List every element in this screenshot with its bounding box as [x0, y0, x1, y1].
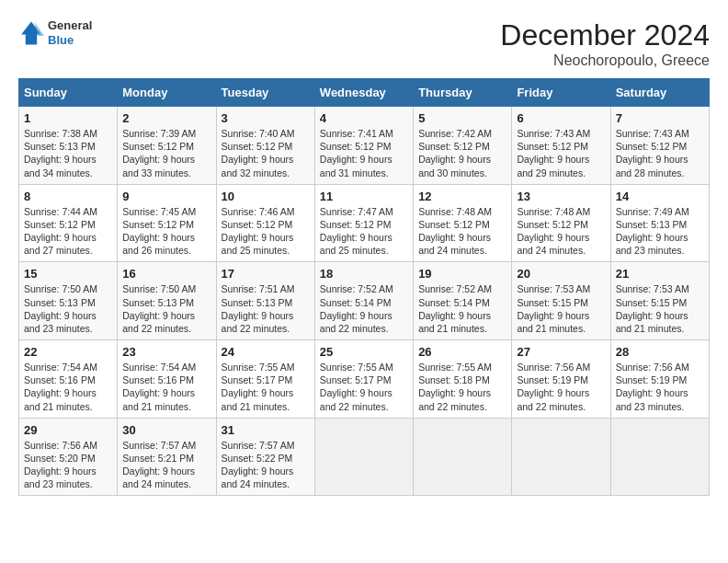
calendar-cell: 10 Sunrise: 7:46 AM Sunset: 5:12 PM Dayl…	[216, 184, 314, 262]
sunset: Sunset: 5:19 PM	[616, 374, 688, 385]
calendar-cell: 13 Sunrise: 7:48 AM Sunset: 5:12 PM Dayl…	[512, 184, 610, 262]
sunrise: Sunrise: 7:57 AM	[122, 440, 196, 451]
sunrise: Sunrise: 7:53 AM	[616, 283, 689, 294]
daylight: Daylight: 9 hours and 22 minutes.	[517, 387, 589, 411]
sunset: Sunset: 5:12 PM	[418, 219, 490, 230]
sunset: Sunset: 5:16 PM	[24, 374, 96, 385]
calendar-cell: 26 Sunrise: 7:55 AM Sunset: 5:18 PM Dayl…	[414, 340, 512, 419]
day-number: 17	[222, 267, 310, 281]
calendar-week-5: 29 Sunrise: 7:56 AM Sunset: 5:20 PM Dayl…	[19, 418, 710, 496]
sunset: Sunset: 5:15 PM	[517, 297, 588, 308]
day-content: Sunrise: 7:52 AM Sunset: 5:14 PM Dayligh…	[418, 282, 506, 335]
calendar-cell: 11 Sunrise: 7:47 AM Sunset: 5:12 PM Dayl…	[314, 184, 413, 262]
sunrise: Sunrise: 7:48 AM	[517, 206, 590, 217]
daylight: Daylight: 9 hours and 23 minutes.	[616, 387, 688, 411]
sunrise: Sunrise: 7:50 AM	[122, 283, 196, 294]
day-content: Sunrise: 7:51 AM Sunset: 5:13 PM Dayligh…	[222, 282, 310, 335]
daylight: Daylight: 9 hours and 27 minutes.	[24, 232, 97, 256]
title-block: December 2024 Neochoropoulo, Greece	[500, 18, 710, 69]
day-content: Sunrise: 7:50 AM Sunset: 5:13 PM Dayligh…	[24, 282, 112, 335]
page-subtitle: Neochoropoulo, Greece	[500, 52, 710, 69]
day-number: 21	[616, 267, 704, 281]
sunset: Sunset: 5:12 PM	[320, 141, 392, 152]
day-number: 2	[122, 111, 210, 125]
sunset: Sunset: 5:15 PM	[616, 297, 688, 308]
sunset: Sunset: 5:20 PM	[24, 453, 96, 464]
sunrise: Sunrise: 7:50 AM	[24, 283, 97, 294]
day-content: Sunrise: 7:56 AM Sunset: 5:19 PM Dayligh…	[616, 361, 704, 413]
calendar-cell: 28 Sunrise: 7:56 AM Sunset: 5:19 PM Dayl…	[610, 340, 709, 419]
day-number: 24	[222, 345, 310, 359]
day-number: 19	[418, 267, 506, 281]
day-content: Sunrise: 7:54 AM Sunset: 5:16 PM Dayligh…	[122, 361, 210, 413]
day-content: Sunrise: 7:41 AM Sunset: 5:12 PM Dayligh…	[320, 127, 408, 179]
daylight: Daylight: 9 hours and 31 minutes.	[320, 154, 392, 178]
daylight: Daylight: 9 hours and 24 minutes.	[418, 232, 491, 256]
sunrise: Sunrise: 7:52 AM	[320, 283, 393, 294]
day-number: 30	[122, 423, 210, 437]
daylight: Daylight: 9 hours and 29 minutes.	[517, 154, 589, 178]
calendar-week-1: 1 Sunrise: 7:38 AM Sunset: 5:13 PM Dayli…	[19, 107, 710, 185]
day-content: Sunrise: 7:46 AM Sunset: 5:12 PM Dayligh…	[222, 205, 310, 258]
col-header-sunday: Sunday	[19, 79, 118, 107]
calendar-cell: 19 Sunrise: 7:52 AM Sunset: 5:14 PM Dayl…	[414, 262, 512, 340]
day-content: Sunrise: 7:57 AM Sunset: 5:21 PM Dayligh…	[122, 439, 210, 491]
calendar-week-3: 15 Sunrise: 7:50 AM Sunset: 5:13 PM Dayl…	[19, 262, 710, 340]
daylight: Daylight: 9 hours and 21 minutes.	[24, 387, 97, 411]
calendar-table: SundayMondayTuesdayWednesdayThursdayFrid…	[18, 78, 710, 496]
sunset: Sunset: 5:13 PM	[122, 297, 194, 308]
daylight: Daylight: 9 hours and 33 minutes.	[122, 154, 195, 178]
calendar-cell: 4 Sunrise: 7:41 AM Sunset: 5:12 PM Dayli…	[314, 107, 413, 185]
sunset: Sunset: 5:12 PM	[122, 141, 194, 152]
day-content: Sunrise: 7:53 AM Sunset: 5:15 PM Dayligh…	[517, 282, 605, 335]
day-content: Sunrise: 7:53 AM Sunset: 5:15 PM Dayligh…	[616, 282, 704, 335]
day-number: 12	[418, 190, 506, 203]
day-number: 25	[320, 345, 408, 359]
calendar-cell: 12 Sunrise: 7:48 AM Sunset: 5:12 PM Dayl…	[414, 184, 512, 262]
day-number: 20	[517, 267, 605, 281]
sunrise: Sunrise: 7:45 AM	[122, 206, 196, 217]
day-content: Sunrise: 7:55 AM Sunset: 5:17 PM Dayligh…	[222, 361, 310, 413]
sunset: Sunset: 5:21 PM	[122, 453, 194, 464]
calendar-cell	[610, 418, 709, 496]
col-header-monday: Monday	[118, 79, 216, 107]
sunrise: Sunrise: 7:48 AM	[418, 206, 492, 217]
calendar-cell: 5 Sunrise: 7:42 AM Sunset: 5:12 PM Dayli…	[414, 107, 512, 185]
daylight: Daylight: 9 hours and 21 minutes.	[418, 310, 491, 334]
daylight: Daylight: 9 hours and 24 minutes.	[222, 465, 294, 489]
day-content: Sunrise: 7:48 AM Sunset: 5:12 PM Dayligh…	[418, 205, 506, 258]
logo-icon	[18, 20, 44, 46]
sunset: Sunset: 5:18 PM	[418, 374, 490, 385]
day-content: Sunrise: 7:42 AM Sunset: 5:12 PM Dayligh…	[418, 127, 506, 179]
daylight: Daylight: 9 hours and 28 minutes.	[616, 154, 688, 178]
daylight: Daylight: 9 hours and 25 minutes.	[320, 232, 392, 256]
calendar-cell: 7 Sunrise: 7:43 AM Sunset: 5:12 PM Dayli…	[610, 107, 709, 185]
calendar-cell: 30 Sunrise: 7:57 AM Sunset: 5:21 PM Dayl…	[118, 418, 216, 496]
sunrise: Sunrise: 7:43 AM	[517, 128, 590, 139]
day-number: 14	[616, 190, 704, 203]
day-number: 16	[122, 267, 210, 281]
sunset: Sunset: 5:12 PM	[222, 141, 293, 152]
sunrise: Sunrise: 7:47 AM	[320, 206, 393, 217]
sunset: Sunset: 5:12 PM	[222, 219, 293, 230]
calendar-cell: 15 Sunrise: 7:50 AM Sunset: 5:13 PM Dayl…	[19, 262, 118, 340]
day-content: Sunrise: 7:56 AM Sunset: 5:20 PM Dayligh…	[24, 439, 112, 491]
sunset: Sunset: 5:19 PM	[517, 374, 588, 385]
sunrise: Sunrise: 7:53 AM	[517, 283, 590, 294]
sunset: Sunset: 5:13 PM	[616, 219, 688, 230]
calendar-cell: 23 Sunrise: 7:54 AM Sunset: 5:16 PM Dayl…	[118, 340, 216, 419]
calendar-cell: 18 Sunrise: 7:52 AM Sunset: 5:14 PM Dayl…	[314, 262, 413, 340]
daylight: Daylight: 9 hours and 21 minutes.	[122, 387, 195, 411]
day-content: Sunrise: 7:55 AM Sunset: 5:17 PM Dayligh…	[320, 361, 408, 413]
calendar-cell: 27 Sunrise: 7:56 AM Sunset: 5:19 PM Dayl…	[512, 340, 610, 419]
sunrise: Sunrise: 7:56 AM	[517, 362, 590, 373]
day-number: 22	[24, 345, 112, 359]
day-number: 5	[418, 111, 506, 125]
day-content: Sunrise: 7:49 AM Sunset: 5:13 PM Dayligh…	[616, 205, 704, 258]
calendar-cell: 8 Sunrise: 7:44 AM Sunset: 5:12 PM Dayli…	[19, 184, 118, 262]
sunset: Sunset: 5:12 PM	[24, 219, 96, 230]
sunrise: Sunrise: 7:44 AM	[24, 206, 97, 217]
day-content: Sunrise: 7:43 AM Sunset: 5:12 PM Dayligh…	[616, 127, 704, 179]
calendar-cell: 25 Sunrise: 7:55 AM Sunset: 5:17 PM Dayl…	[314, 340, 413, 419]
day-content: Sunrise: 7:39 AM Sunset: 5:12 PM Dayligh…	[122, 127, 210, 179]
